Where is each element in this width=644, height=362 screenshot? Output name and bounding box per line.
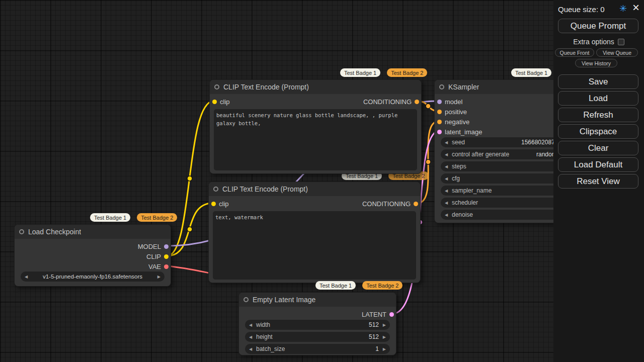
link-midpoint-dot [426, 159, 431, 164]
widget-left-arrow-icon[interactable]: ◀ [445, 176, 448, 181]
input-label: clip [219, 200, 229, 208]
output-label: CONDITIONING [362, 200, 411, 208]
widget-label: height [256, 333, 273, 340]
width-widget[interactable]: ◀ width 512 ▶ [245, 320, 390, 330]
combo-left-arrow-icon[interactable]: ◀ [25, 275, 28, 279]
node-graph-canvas[interactable]: Load Checkpoint MODEL CLIP VAE ◀ v1-5-pr… [0, 0, 644, 362]
widget-left-arrow-icon[interactable]: ◀ [249, 347, 252, 351]
settings-gear-icon[interactable]: ✳ [619, 4, 627, 13]
combo-right-arrow-icon[interactable]: ▶ [157, 275, 160, 279]
widget-left-arrow-icon[interactable]: ◀ [445, 213, 448, 217]
queue-size-label: Queue size: 0 [558, 5, 605, 14]
reset-view-button[interactable]: Reset View [558, 174, 638, 189]
comfy-menu-panel: Queue size: 0 ✳ × Queue Prompt Extra opt… [553, 0, 644, 362]
extra-options-label: Extra options [573, 38, 614, 46]
extra-options-checkbox[interactable] [618, 39, 624, 45]
widget-left-arrow-icon[interactable]: ◀ [445, 189, 448, 193]
widget-label: denoise [452, 211, 473, 218]
output-label: MODEL [138, 243, 161, 250]
negative-input-dot[interactable] [437, 120, 442, 124]
node-clip-text-encode-positive[interactable]: CLIP Text Encode (Prompt) clip CONDITION… [209, 79, 422, 174]
test-badge-1: Test Badge 1 [90, 213, 130, 222]
widget-left-arrow-icon[interactable]: ◀ [445, 152, 448, 157]
link-midpoint-dot [187, 176, 192, 181]
node-empty-latent-image[interactable]: Empty Latent Image LATENT ◀ width 512 ▶ … [238, 292, 396, 355]
output-row-model: MODEL [15, 241, 171, 251]
latent-output-dot[interactable] [389, 312, 394, 317]
positive-input-dot[interactable] [437, 110, 442, 114]
node-title-bar[interactable]: Empty Latent Image [239, 293, 396, 307]
test-badge-1: Test Badge 1 [340, 68, 380, 77]
widget-label: width [256, 321, 270, 328]
vae-output-dot[interactable] [164, 264, 169, 269]
output-row-clip: CLIP [15, 251, 171, 261]
node-title: Load Checkpoint [28, 228, 81, 236]
clear-button[interactable]: Clear [558, 141, 638, 155]
clip-input-dot[interactable] [212, 100, 217, 104]
queue-front-button[interactable]: Queue Front [555, 48, 594, 57]
output-label: VAE [148, 263, 161, 270]
widget-value: 1566802087 [521, 139, 555, 146]
node-load-checkpoint[interactable]: Load Checkpoint MODEL CLIP VAE ◀ v1-5-pr… [14, 224, 171, 287]
badge-row-empty-latent: Test Badge 1 Test Badge 2 [315, 281, 403, 290]
model-input-dot[interactable] [437, 100, 442, 104]
collapse-dot-icon[interactable] [214, 84, 219, 89]
widget-left-arrow-icon[interactable]: ◀ [445, 140, 448, 145]
model-output-dot[interactable] [164, 244, 169, 249]
clip-output-dot[interactable] [164, 254, 169, 259]
slot-row-clip-conditioning: clip CONDITIONING [210, 97, 421, 107]
save-button[interactable]: Save [558, 74, 638, 89]
test-badge-2: Test Badge 2 [362, 281, 403, 290]
clip-input-dot[interactable] [211, 202, 216, 206]
ckpt-name-combo[interactable]: ◀ v1-5-pruned-emaonly-fp16.safetensors ▶ [21, 272, 165, 282]
node-clip-text-encode-negative[interactable]: CLIP Text Encode (Prompt) clip CONDITION… [208, 182, 421, 283]
widget-label: control after generate [452, 151, 509, 158]
node-title: CLIP Text Encode (Prompt) [223, 83, 309, 91]
extra-options-row: Extra options [553, 38, 644, 46]
height-widget[interactable]: ◀ height 512 ▶ [245, 332, 390, 342]
widget-right-arrow-icon[interactable]: ▶ [383, 347, 386, 351]
collapse-dot-icon[interactable] [213, 187, 218, 192]
conditioning-output-dot[interactable] [414, 202, 418, 206]
node-title: Empty Latent Image [253, 296, 315, 304]
link-midpoint-dot [187, 227, 192, 232]
view-history-button[interactable]: View History [575, 59, 617, 67]
widget-label: cfg [452, 175, 460, 182]
output-label: CLIP [146, 253, 161, 260]
widget-label: sampler_name [452, 187, 492, 194]
clipspace-button[interactable]: Clipspace [558, 124, 638, 139]
badge-row-clip-positive: Test Badge 1 Test Badge 2 [340, 68, 427, 77]
widget-left-arrow-icon[interactable]: ◀ [249, 323, 252, 327]
widget-right-arrow-icon[interactable]: ▶ [383, 323, 386, 327]
widget-left-arrow-icon[interactable]: ◀ [445, 164, 448, 169]
test-badge-1: Test Badge 1 [511, 68, 551, 77]
conditioning-output-dot[interactable] [415, 100, 419, 104]
test-badge-2: Test Badge 2 [387, 68, 427, 77]
widget-left-arrow-icon[interactable]: ◀ [249, 335, 252, 339]
test-badge-1: Test Badge 1 [315, 281, 356, 290]
slot-row-clip-conditioning: clip CONDITIONING [209, 199, 420, 209]
node-title-bar[interactable]: CLIP Text Encode (Prompt) [209, 182, 420, 196]
queue-prompt-button[interactable]: Queue Prompt [558, 19, 638, 33]
load-default-button[interactable]: Load Default [558, 157, 638, 172]
widget-label: steps [452, 163, 466, 170]
refresh-button[interactable]: Refresh [558, 108, 638, 122]
load-button[interactable]: Load [558, 91, 638, 106]
batch-size-widget[interactable]: ◀ batch_size 1 ▶ [245, 344, 390, 354]
collapse-dot-icon[interactable] [439, 84, 444, 89]
latent-image-input-dot[interactable] [437, 130, 442, 134]
collapse-dot-icon[interactable] [19, 229, 24, 234]
widget-label: seed [452, 139, 465, 146]
widget-value: 512 [369, 333, 379, 340]
close-icon[interactable]: × [632, 2, 639, 14]
widget-left-arrow-icon[interactable]: ◀ [445, 201, 448, 205]
positive-prompt-textarea[interactable]: beautiful scenery nature glass bottle la… [214, 109, 417, 170]
node-title-bar[interactable]: CLIP Text Encode (Prompt) [210, 80, 421, 94]
widget-value: 512 [369, 321, 379, 328]
node-title-bar[interactable]: Load Checkpoint [15, 225, 171, 239]
output-label: CONDITIONING [363, 98, 412, 106]
view-queue-button[interactable]: View Queue [596, 48, 638, 57]
collapse-dot-icon[interactable] [244, 297, 249, 302]
widget-right-arrow-icon[interactable]: ▶ [383, 335, 386, 339]
negative-prompt-textarea[interactable]: text, watermark [213, 211, 416, 280]
